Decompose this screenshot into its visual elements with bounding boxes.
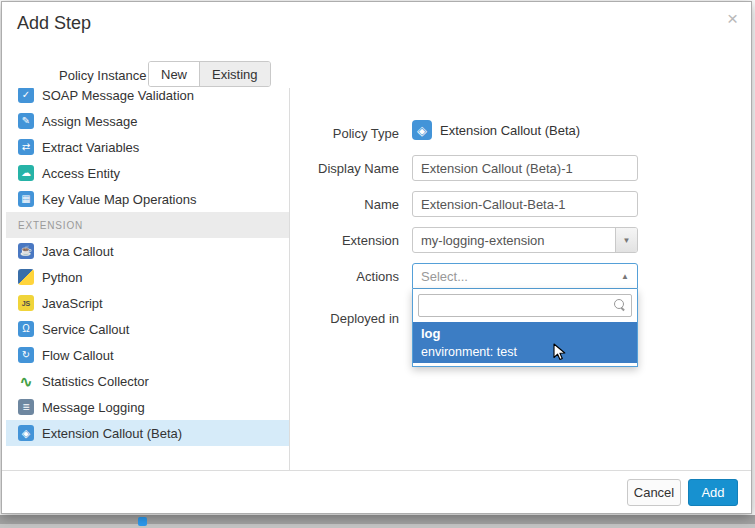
actions-search-input[interactable] (418, 294, 632, 317)
policy-instance-label: Policy Instance (59, 68, 146, 83)
policy-list-item[interactable]: JavaScript (6, 290, 289, 316)
display-name-label: Display Name (299, 161, 399, 176)
name-input[interactable] (412, 191, 638, 217)
add-button[interactable]: Add (688, 479, 738, 506)
soap-message-validation-icon (18, 88, 34, 103)
chevron-up-icon: ▲ (621, 272, 629, 281)
section-header-label: EXTENSION (18, 220, 83, 231)
javascript-icon (18, 295, 34, 311)
display-name-input[interactable] (412, 155, 638, 181)
statistics-collector-icon (18, 373, 34, 389)
java-callout-icon (18, 243, 34, 259)
list-form-divider (289, 88, 290, 471)
extract-variables-icon (18, 139, 34, 155)
actions-dropdown-placeholder: Select... (421, 269, 621, 284)
policy-list-item[interactable]: Message Logging (6, 394, 289, 420)
policy-item-label: SOAP Message Validation (42, 88, 194, 103)
policy-list: SOAP Message Validation Assign Message E… (6, 88, 289, 452)
policy-list-item[interactable]: Flow Callout (6, 342, 289, 368)
policy-item-label: Access Entity (42, 166, 120, 181)
policy-list-item[interactable]: Extract Variables (6, 134, 289, 160)
extension-select[interactable]: my-logging-extension ▼ (412, 227, 638, 253)
message-logging-icon (18, 399, 34, 415)
policy-list-section-extension: EXTENSION (6, 212, 289, 238)
policy-item-label: Java Callout (42, 244, 114, 259)
modal-title: Add Step (17, 13, 91, 34)
policy-type-label: Policy Type (299, 126, 399, 141)
policy-item-label: JavaScript (42, 296, 103, 311)
actions-label: Actions (299, 269, 399, 284)
extension-label: Extension (299, 233, 399, 248)
policy-list-item[interactable]: Service Callout (6, 316, 289, 342)
page-background-light-band (0, 524, 755, 528)
policy-list-item[interactable]: Statistics Collector (6, 368, 289, 394)
policy-item-label: Python (42, 270, 82, 285)
policy-list-item[interactable]: Access Entity (6, 160, 289, 186)
actions-dropdown[interactable]: Select... ▲ (412, 263, 638, 289)
policy-item-label: Key Value Map Operations (42, 192, 196, 207)
policy-item-label: Extract Variables (42, 140, 139, 155)
flow-callout-icon (18, 347, 34, 363)
policy-list-item[interactable]: Key Value Map Operations (6, 186, 289, 212)
cancel-button[interactable]: Cancel (627, 479, 681, 506)
page-background-strip (0, 515, 755, 528)
background-app-icon (138, 517, 147, 526)
footer-divider (2, 470, 751, 471)
policy-item-label: Extension Callout (Beta) (42, 426, 182, 441)
actions-option-log[interactable]: log environment: test (413, 322, 637, 363)
chevron-down-icon[interactable]: ▼ (615, 228, 637, 252)
deployed-in-label: Deployed in (299, 311, 399, 326)
policy-list-item[interactable]: Python (6, 264, 289, 290)
policy-list-item[interactable]: Assign Message (6, 108, 289, 134)
policy-instance-new-button[interactable]: New (149, 62, 199, 86)
service-callout-icon (18, 321, 34, 337)
policy-list-item[interactable]: Java Callout (6, 238, 289, 264)
actions-dropdown-panel: log environment: test (412, 289, 638, 367)
policy-item-label: Statistics Collector (42, 374, 149, 389)
policy-instance-existing-button[interactable]: Existing (199, 62, 270, 86)
policy-type-value: Extension Callout (Beta) (440, 123, 580, 138)
policy-type-row: Extension Callout (Beta) (412, 120, 580, 140)
search-icon (614, 299, 626, 311)
policy-type-icon (412, 120, 432, 140)
policy-item-label: Message Logging (42, 400, 145, 415)
close-icon[interactable]: × (727, 9, 738, 28)
policy-list-item[interactable]: SOAP Message Validation (6, 88, 289, 108)
name-label: Name (299, 197, 399, 212)
assign-message-icon (18, 113, 34, 129)
add-step-modal: Add Step × Policy Instance New Existing … (1, 1, 752, 514)
actions-option-detail: environment: test (421, 343, 629, 361)
policy-item-label: Flow Callout (42, 348, 114, 363)
policy-item-label: Service Callout (42, 322, 129, 337)
policy-list-item-selected[interactable]: Extension Callout (Beta) (6, 420, 289, 446)
actions-option-name: log (421, 324, 629, 343)
access-entity-icon (18, 165, 34, 181)
key-value-map-operations-icon (18, 191, 34, 207)
python-icon (18, 269, 34, 285)
policy-item-label: Assign Message (42, 114, 137, 129)
extension-callout-icon (18, 425, 34, 441)
policy-instance-toggle: New Existing (148, 61, 271, 87)
extension-select-value: my-logging-extension (413, 228, 615, 252)
